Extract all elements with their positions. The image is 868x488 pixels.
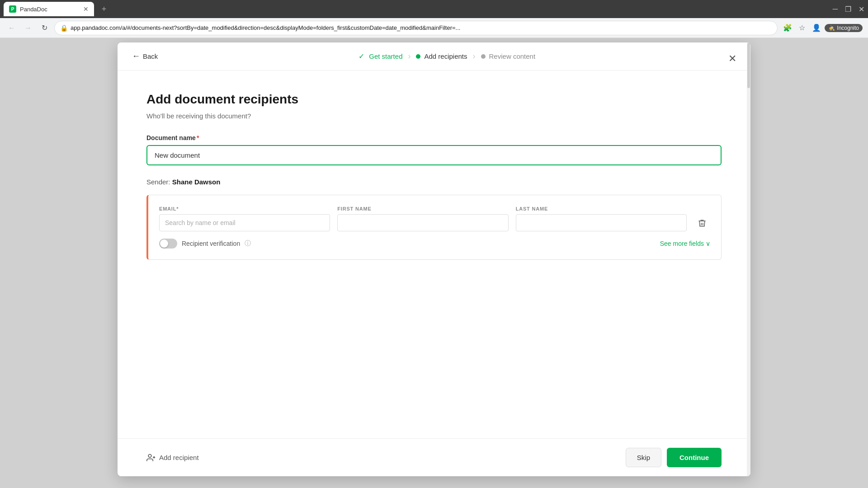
email-input[interactable] — [159, 214, 330, 231]
toolbar-actions: 🧩 ☆ 👤 🕵️ Incognito — [781, 22, 863, 34]
last-name-field-group: LAST NAME — [516, 206, 687, 231]
back-arrow-icon: ← — [132, 52, 140, 61]
tab-title: PandaDoc — [20, 6, 47, 13]
incognito-badge: 🕵️ Incognito — [825, 24, 863, 32]
sender-name: Shane Dawson — [172, 178, 221, 186]
recipient-card: EMAIL* FIRST NAME LAST NAME — [146, 195, 722, 260]
active-tab[interactable]: P PandaDoc ✕ — [4, 2, 94, 16]
chevron-down-icon: ∨ — [706, 240, 710, 247]
bookmark-icon[interactable]: ☆ — [796, 22, 808, 34]
modal-body: Add document recipients Who'll be receiv… — [118, 70, 750, 438]
incognito-icon: 🕵️ — [828, 25, 835, 31]
first-name-field-group: FIRST NAME — [337, 206, 508, 231]
first-name-label: FIRST NAME — [337, 206, 508, 211]
browser-titlebar: P PandaDoc ✕ + ─ ❐ ✕ — [0, 0, 868, 18]
lock-icon: 🔒 — [60, 24, 68, 32]
wizard-steps: ✓ Get started › Add recipients › — [359, 52, 535, 61]
page-subtitle: Who'll be receiving this document? — [146, 112, 722, 120]
toggle-left: Recipient verification ⓘ — [159, 239, 251, 249]
add-recipient-label: Add recipient — [159, 454, 199, 461]
step-add-recipients-label: Add recipients — [424, 52, 467, 60]
browser-window: P PandaDoc ✕ + ─ ❐ ✕ ← → ↻ 🔒 app.pandado… — [0, 0, 868, 488]
back-button[interactable]: ← Back — [132, 52, 158, 61]
delete-recipient-button[interactable] — [694, 215, 710, 231]
back-label: Back — [143, 52, 158, 60]
close-button[interactable]: ✕ — [859, 5, 864, 14]
first-name-input[interactable] — [337, 214, 508, 231]
step-arrow-2: › — [473, 52, 476, 61]
last-name-label: LAST NAME — [516, 206, 687, 211]
step-add-recipients: Add recipients — [416, 52, 467, 60]
modal-footer: Add recipient Skip Continue — [118, 438, 750, 476]
document-name-label: Document name* — [146, 134, 722, 141]
modal-overlay: ← Back ✓ Get started › Add reci — [0, 38, 868, 488]
svg-point-0 — [148, 454, 151, 457]
back-nav-button[interactable]: ← — [5, 22, 18, 34]
step-review-content-label: Review content — [489, 52, 536, 60]
profile-icon[interactable]: 👤 — [810, 22, 823, 34]
last-name-input[interactable] — [516, 214, 687, 231]
extensions-icon[interactable]: 🧩 — [781, 22, 794, 34]
step-get-started-label: Get started — [369, 52, 402, 60]
step-active-dot — [416, 54, 420, 59]
step-get-started: ✓ Get started — [359, 52, 402, 61]
window-controls: ─ ❐ ✕ — [833, 5, 864, 14]
continue-button[interactable]: Continue — [667, 448, 722, 467]
maximize-button[interactable]: ❐ — [845, 5, 851, 14]
minimize-button[interactable]: ─ — [833, 5, 838, 14]
step-arrow-1: › — [408, 52, 410, 61]
tab-favicon: P — [9, 5, 16, 13]
tab-close-button[interactable]: ✕ — [83, 5, 89, 13]
forward-nav-button[interactable]: → — [22, 22, 34, 34]
required-star: * — [197, 134, 199, 141]
toggle-label: Recipient verification — [182, 240, 240, 247]
modal-dialog: ← Back ✓ Get started › Add reci — [118, 42, 750, 476]
skip-button[interactable]: Skip — [626, 448, 661, 467]
step-pending-dot — [481, 54, 486, 59]
info-icon[interactable]: ⓘ — [245, 239, 251, 248]
see-more-fields-link[interactable]: See more fields ∨ — [660, 240, 710, 247]
url-text: app.pandadoc.com/a/#/documents-next?sort… — [71, 24, 772, 31]
new-tab-button[interactable]: + — [98, 3, 110, 15]
document-name-input[interactable] — [146, 145, 722, 165]
step-review-content: Review content — [481, 52, 536, 60]
incognito-label: Incognito — [837, 25, 859, 31]
scrollbar-thumb — [747, 43, 750, 88]
toggle-row: Recipient verification ⓘ See more fields… — [159, 239, 710, 249]
add-recipient-button[interactable]: Add recipient — [146, 453, 199, 462]
modal-close-button[interactable]: ✕ — [725, 52, 740, 66]
reload-button[interactable]: ↻ — [38, 22, 51, 34]
email-label: EMAIL* — [159, 206, 330, 211]
toggle-knob — [160, 239, 168, 248]
recipient-fields: EMAIL* FIRST NAME LAST NAME — [159, 206, 710, 231]
email-field-group: EMAIL* — [159, 206, 330, 231]
page-title: Add document recipients — [146, 92, 722, 107]
browser-toolbar: ← → ↻ 🔒 app.pandadoc.com/a/#/documents-n… — [0, 18, 868, 38]
modal-header: ← Back ✓ Get started › Add reci — [118, 42, 750, 70]
recipient-verification-toggle[interactable] — [159, 239, 177, 249]
modal-scrollbar[interactable] — [747, 42, 750, 476]
sender-line: Sender: Shane Dawson — [146, 178, 722, 186]
step-checkmark-icon: ✓ — [359, 52, 364, 61]
address-bar[interactable]: 🔒 app.pandadoc.com/a/#/documents-next?so… — [54, 21, 778, 35]
footer-actions: Skip Continue — [626, 448, 722, 467]
document-name-group: Document name* — [146, 134, 722, 165]
browser-content: ← Back ✓ Get started › Add reci — [0, 38, 868, 488]
